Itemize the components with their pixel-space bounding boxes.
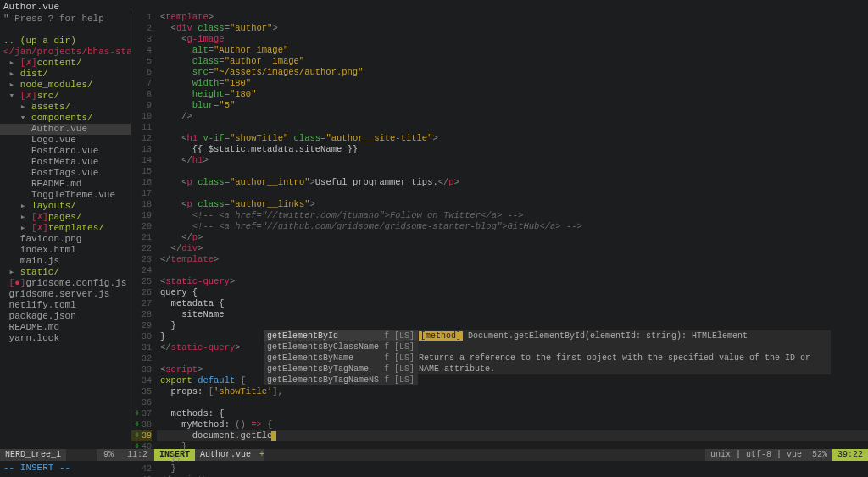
tree-item[interactable]: Logo.vue	[0, 135, 131, 146]
code-line[interactable]: <!-- <a href="//twitter.com/jtumano">Fol…	[157, 210, 868, 221]
autocomplete-popup[interactable]: getElementById f [LS]getElementsByClassN…	[264, 330, 418, 385]
autocomplete-item[interactable]: getElementsByTagNameNS f [LS]	[264, 374, 418, 385]
tree-item[interactable]: ▸ static/	[0, 267, 131, 278]
code-line[interactable]: </div>	[157, 243, 868, 254]
line-number: 15	[131, 166, 152, 177]
code-line[interactable]: height="180"	[157, 89, 868, 100]
tree-item[interactable]: ▾ components/	[0, 113, 131, 124]
code-line[interactable]: <g-image	[157, 34, 868, 45]
code-line[interactable]: src="~/assets/images/author.png"	[157, 67, 868, 78]
tree-item[interactable]: [●]gridsome.config.js	[0, 278, 131, 289]
line-number: 20	[131, 221, 152, 232]
line-number: 24	[131, 265, 152, 276]
code-line[interactable]: width="180"	[157, 78, 868, 89]
line-number: +37	[131, 408, 152, 419]
line-number: 17	[131, 188, 152, 199]
tree-item[interactable]: yarn.lock	[0, 333, 131, 344]
tree-item[interactable]: ▸ [✗]content/	[0, 58, 131, 69]
tree-item[interactable]: README.md	[0, 179, 131, 190]
tree-item[interactable]: Author.vue	[0, 124, 131, 135]
tree-item[interactable]: ToggleTheme.vue	[0, 190, 131, 201]
code-line[interactable]: </h1>	[157, 155, 868, 166]
code-line[interactable]	[157, 122, 868, 133]
line-number: 32	[131, 353, 152, 364]
code-line[interactable]: </p>	[157, 232, 868, 243]
line-number: 35	[131, 386, 152, 397]
tree-item[interactable]: ▸ node_modules/	[0, 80, 131, 91]
code-line[interactable]	[157, 188, 868, 199]
tree-help-hint: " Press ? for help	[0, 14, 131, 25]
code-line[interactable]: siteName	[157, 309, 868, 320]
code-line[interactable]: {{ $static.metadata.siteName }}	[157, 144, 868, 155]
line-number: 42	[131, 463, 152, 474]
tree-item[interactable]: ▸ layouts/	[0, 201, 131, 212]
tree-item[interactable]: ▸ assets/	[0, 102, 131, 113]
tree-item[interactable]: README.md	[0, 322, 131, 333]
title-bar: Author.vue	[0, 0, 868, 12]
tree-item[interactable]: PostCard.vue	[0, 146, 131, 157]
code-line[interactable]	[157, 166, 868, 177]
tree-item[interactable]: ▸ dist/	[0, 69, 131, 80]
tree-item[interactable]: ▾ [✗]src/	[0, 91, 131, 102]
tree-item[interactable]: gridsome.server.js	[0, 289, 131, 300]
code-line[interactable]: alt="Author image"	[157, 45, 868, 56]
tree-item[interactable]: package.json	[0, 311, 131, 322]
line-number: +38	[131, 419, 152, 430]
code-line[interactable]: <h1 v-if="showTitle" class="author__site…	[157, 133, 868, 144]
tree-item[interactable]: main.js	[0, 256, 131, 267]
code-line[interactable]: myMethod: () => {	[157, 419, 868, 430]
code-line[interactable]: <!-- <a href="//github.com/gridsome/grid…	[157, 221, 868, 232]
line-number: 8	[131, 89, 152, 100]
tree-item[interactable]: netlify.toml	[0, 300, 131, 311]
code-line[interactable]: }	[157, 441, 868, 452]
tree-up-dir[interactable]: .. (up a dir)	[0, 36, 131, 47]
code-line[interactable]: metadata {	[157, 298, 868, 309]
code-line[interactable]	[157, 397, 868, 408]
line-number: 29	[131, 320, 152, 331]
line-number: 36	[131, 397, 152, 408]
code-editor[interactable]: <template> <div class="author"> <g-image…	[157, 12, 868, 449]
tree-item[interactable]: ▸ [✗]pages/	[0, 212, 131, 223]
autocomplete-item[interactable]: getElementsByTagName f [LS]	[264, 363, 418, 374]
line-number: 5	[131, 56, 152, 67]
autocomplete-item[interactable]: getElementsByName f [LS]	[264, 352, 418, 363]
code-line[interactable]: <p class="author__intro">Useful programm…	[157, 177, 868, 188]
nerdtree-sidebar[interactable]: " Press ? for help .. (up a dir) </jan/p…	[0, 12, 131, 449]
code-line[interactable]: <static-query>	[157, 276, 868, 287]
status-pct-left: 9%	[97, 449, 120, 461]
line-number: 30	[131, 331, 152, 342]
main-area: " Press ? for help .. (up a dir) </jan/p…	[0, 12, 868, 449]
code-line[interactable]: document.getEle	[157, 430, 868, 441]
code-line[interactable]: blur="5"	[157, 100, 868, 111]
tree-item[interactable]: favicon.png	[0, 234, 131, 245]
code-line[interactable]: />	[157, 111, 868, 122]
line-number: 16	[131, 177, 152, 188]
autocomplete-item[interactable]: getElementsByClassName f [LS]	[264, 341, 418, 352]
tree-item[interactable]: index.html	[0, 245, 131, 256]
line-number-gutter: 1234567891011121314151617181920212223242…	[131, 12, 157, 449]
code-line[interactable]: class="author__image"	[157, 56, 868, 67]
code-line[interactable]: <template>	[157, 12, 868, 23]
code-line[interactable]: <div class="author">	[157, 23, 868, 34]
code-line[interactable]: <p class="author__links">	[157, 199, 868, 210]
tree-root-path[interactable]: </jan/projects/bhas-static/	[0, 47, 131, 58]
line-number: 28	[131, 309, 152, 320]
line-number: 23	[131, 254, 152, 265]
tree-item[interactable]: PostMeta.vue	[0, 157, 131, 168]
tree-item[interactable]: PostTags.vue	[0, 168, 131, 179]
line-number: 25	[131, 276, 152, 287]
code-line[interactable]: query {	[157, 287, 868, 298]
code-line[interactable]: </template>	[157, 254, 868, 265]
code-line[interactable]: }	[157, 463, 868, 474]
line-number: 10	[131, 111, 152, 122]
tree-item[interactable]: ▸ [✗]templates/	[0, 223, 131, 234]
line-number: 27	[131, 298, 152, 309]
code-line[interactable]: };	[157, 452, 868, 463]
line-number: 21	[131, 232, 152, 243]
status-nerdtree: NERD_tree_1	[0, 449, 66, 461]
line-number: +39	[131, 430, 152, 441]
code-line[interactable]: methods: {	[157, 408, 868, 419]
code-line[interactable]: props: ['showTitle'],	[157, 386, 868, 397]
autocomplete-item[interactable]: getElementById f [LS]	[264, 330, 418, 341]
code-line[interactable]	[157, 265, 868, 276]
